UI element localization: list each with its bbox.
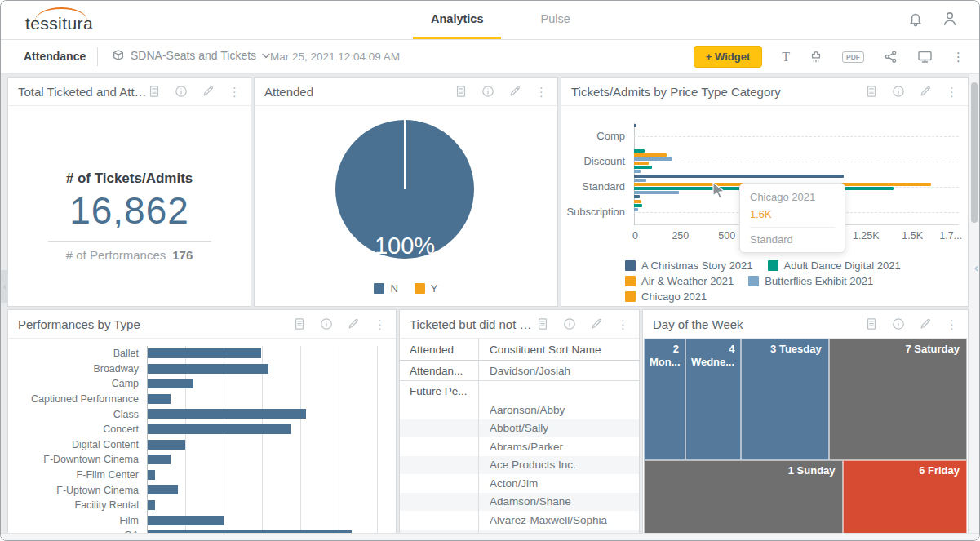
edit-pencil-icon[interactable]	[202, 85, 215, 98]
pie-legend-item[interactable]: N	[374, 282, 397, 295]
collapse-panel-right-chevron-icon[interactable]: ‹	[974, 260, 978, 274]
table-row[interactable]: Future Pe...	[400, 381, 639, 401]
bar-segment[interactable]	[634, 162, 649, 165]
table-row[interactable]: Attendan... Davidson/Josiah	[400, 361, 639, 381]
report-icon[interactable]	[293, 317, 306, 330]
bar-segment[interactable]	[634, 179, 646, 182]
toolbar-kebab-icon[interactable]: ⋮	[952, 51, 964, 63]
bar[interactable]	[148, 424, 291, 434]
category-label: Camp	[8, 378, 147, 389]
report-icon[interactable]	[536, 317, 549, 330]
bar[interactable]	[148, 379, 193, 388]
user-profile-icon[interactable]	[942, 11, 958, 27]
info-icon[interactable]	[892, 317, 905, 330]
bar[interactable]	[148, 455, 171, 464]
info-icon[interactable]	[175, 85, 188, 98]
report-icon[interactable]	[865, 85, 878, 98]
bar[interactable]	[148, 485, 178, 494]
widget-menu-kebab-icon[interactable]: ⋮	[617, 318, 629, 330]
widget-price-type: Tickets/Admits by Price Type Category ⋮ …	[561, 77, 969, 307]
pie-chart[interactable]: 100%	[335, 120, 474, 259]
legend-label: N	[390, 282, 397, 295]
report-icon[interactable]	[455, 85, 468, 98]
list-item[interactable]: Aaronson/Abby	[400, 401, 639, 419]
constituent-name: Acton/Jim	[478, 477, 639, 490]
list-item[interactable]: Alvarez-Maxwell/Sophia	[400, 511, 639, 530]
add-widget-button[interactable]: + Widget	[694, 46, 762, 68]
treemap-cell-saturday[interactable]: 7 Saturday	[829, 339, 967, 460]
edit-pencil-icon[interactable]	[590, 317, 603, 330]
bar-segment[interactable]	[634, 191, 679, 194]
notifications-bell-icon[interactable]	[907, 11, 924, 27]
present-monitor-icon[interactable]	[917, 50, 933, 64]
bar-segment[interactable]	[634, 157, 672, 161]
list-item[interactable]: Ace Products Inc.	[400, 456, 639, 475]
export-pdf-icon[interactable]: PDF	[842, 51, 864, 63]
bar[interactable]	[148, 500, 155, 510]
bar-segment[interactable]	[634, 208, 638, 211]
bar-segment[interactable]	[634, 204, 642, 207]
treemap-cell-friday[interactable]: 6 Friday	[843, 460, 967, 534]
share-icon[interactable]	[884, 50, 898, 64]
widget-menu-kebab-icon[interactable]: ⋮	[228, 86, 241, 98]
bar[interactable]	[148, 364, 268, 374]
bar[interactable]	[148, 470, 155, 480]
bar[interactable]	[148, 394, 171, 404]
bar[interactable]	[148, 348, 261, 358]
bar-segment[interactable]	[634, 166, 652, 169]
edit-pencil-icon[interactable]	[347, 317, 360, 330]
widget-menu-kebab-icon[interactable]: ⋮	[374, 318, 386, 330]
tab-analytics[interactable]: Analytics	[413, 1, 501, 39]
bar-segment[interactable]	[634, 124, 636, 127]
edit-pencil-icon[interactable]	[508, 85, 521, 98]
price-legend-item[interactable]: Air & Weather 2021	[625, 275, 734, 287]
bar[interactable]	[148, 440, 185, 450]
price-legend-item[interactable]: Butterflies Exhibit 2021	[748, 275, 873, 287]
bar[interactable]	[148, 409, 306, 419]
treemap-cell-tuesday[interactable]: 3 Tuesday	[741, 339, 828, 460]
dataset-selector[interactable]: SDNA-Seats and Tickets	[112, 49, 270, 62]
info-icon[interactable]	[320, 317, 333, 330]
bar-segment[interactable]	[634, 149, 645, 153]
list-item[interactable]: Adamson/Shane	[400, 493, 639, 512]
edit-pencil-icon[interactable]	[919, 85, 932, 98]
report-icon[interactable]	[865, 317, 878, 330]
list-item[interactable]: Acton/Jim	[400, 474, 639, 493]
legend-swatch	[374, 283, 384, 294]
vertical-scrollbar[interactable]	[969, 74, 979, 535]
horizontal-scrollbar[interactable]	[1, 533, 979, 540]
widget-menu-kebab-icon[interactable]: ⋮	[946, 318, 958, 330]
tessitura-logo[interactable]: tessitura	[25, 9, 115, 33]
bar-segment[interactable]	[634, 200, 641, 203]
collapse-panel-left-handle[interactable]: ‹	[1, 270, 8, 303]
info-icon[interactable]	[892, 85, 905, 98]
price-legend-item[interactable]: Adult Dance Digital 2021	[768, 259, 901, 272]
treemap-cell-sunday[interactable]: 1 Sunday	[644, 460, 843, 534]
tooltip-value: 1.6K	[750, 208, 835, 220]
report-icon[interactable]	[148, 85, 161, 98]
price-legend-item[interactable]: A Christmas Story 2021	[625, 259, 753, 272]
treemap-cell-wedne[interactable]: 4Wedne...	[685, 339, 742, 460]
bar-segment[interactable]	[634, 175, 844, 178]
text-tool-icon[interactable]: T	[782, 50, 790, 64]
info-icon[interactable]	[563, 317, 576, 330]
bar-segment[interactable]	[634, 170, 641, 173]
edit-pencil-icon[interactable]	[919, 317, 932, 330]
list-item[interactable]: Abbott/Sally	[400, 419, 639, 438]
vertical-scrollbar-thumb[interactable]	[971, 82, 978, 223]
list-item[interactable]: Abrams/Parker	[400, 437, 639, 456]
kpi-value: 16,862	[69, 188, 189, 233]
bar-segment[interactable]	[634, 153, 667, 157]
cell-label: Mon...	[650, 356, 681, 368]
treemap-cell-mon[interactable]: 2Mon...	[644, 339, 685, 460]
legend-label: Adult Dance Digital 2021	[784, 259, 901, 272]
price-legend-item[interactable]: Chicago 2021	[625, 290, 707, 303]
widget-menu-kebab-icon[interactable]: ⋮	[946, 86, 958, 98]
bar[interactable]	[148, 516, 224, 525]
info-icon[interactable]	[481, 85, 494, 98]
pie-legend-item[interactable]: Y	[415, 282, 438, 295]
tab-pulse[interactable]: Pulse	[522, 1, 588, 39]
widget-menu-kebab-icon[interactable]: ⋮	[535, 86, 548, 98]
bar-segment[interactable]	[634, 195, 640, 198]
theme-brush-icon[interactable]	[809, 51, 823, 64]
